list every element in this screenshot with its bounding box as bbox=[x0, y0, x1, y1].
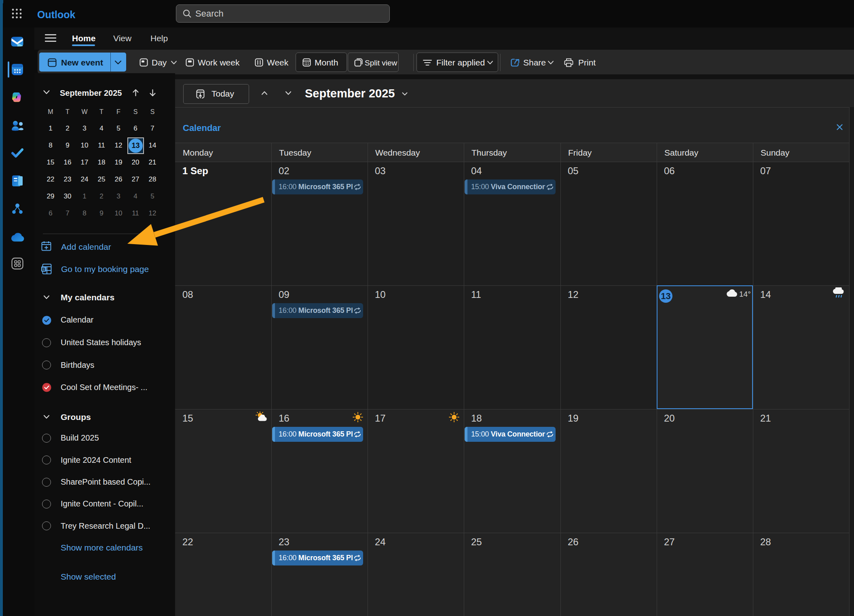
svg-text:B: B bbox=[42, 267, 45, 272]
